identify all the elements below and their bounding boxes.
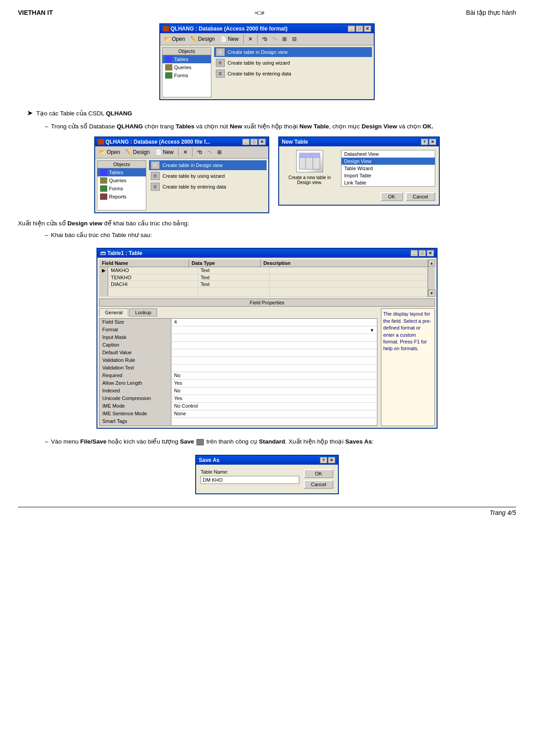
top-db-toolbar: 📂 Open ✏️ Design 📄 New ✕ ᵃb ⁻· ⊞ ⊟	[160, 33, 374, 45]
sa-cancel-btn[interactable]: Cancel	[304, 480, 333, 489]
row1-field[interactable]: MAKHO	[108, 267, 198, 274]
nav-forms[interactable]: Forms	[162, 71, 211, 79]
nt-option-link[interactable]: Link Table	[341, 179, 435, 186]
left-toolbar-ab[interactable]: ᵃb	[195, 148, 205, 156]
fp-unicode-value[interactable]: Yes	[171, 395, 377, 402]
left-maximize-btn[interactable]: □	[250, 139, 258, 145]
left-toolbar-new[interactable]: 📄 New	[153, 148, 176, 156]
nav-tables[interactable]: Tables	[162, 55, 211, 63]
nt-option-import[interactable]: Import Table	[341, 172, 435, 179]
db-right-panel: 🗒 Create table in Design view 🗒 Create t…	[214, 47, 372, 97]
save-content-area: Table Name: OK Cancel	[196, 465, 338, 493]
left-toolbar-open[interactable]: 📂 Open	[97, 148, 122, 156]
fp-field-size-value[interactable]: 4	[171, 319, 377, 326]
toolbar-open[interactable]: 📂 Open	[162, 35, 187, 43]
row1-desc[interactable]	[270, 267, 428, 274]
toolbar-grid2[interactable]: ⊟	[290, 35, 299, 43]
t1-close[interactable]: ✕	[427, 250, 434, 256]
nav-queries[interactable]: Queries	[162, 63, 211, 71]
row1-type[interactable]: Text	[198, 267, 270, 274]
row2-type[interactable]: Text	[198, 274, 270, 281]
fp-caption-value[interactable]	[171, 342, 377, 349]
left-toolbar-dot[interactable]: ⁻·	[205, 148, 214, 156]
row2-desc[interactable]	[270, 274, 428, 281]
left-nav-queries[interactable]: Queries	[97, 176, 146, 185]
save-as-controls[interactable]: ? ✕	[320, 457, 335, 463]
left-option-design-view[interactable]: 🗒 Create table in Design view	[149, 160, 267, 170]
fp-input-mask: Input Mask	[100, 334, 377, 342]
nt-close-btn[interactable]: ✕	[429, 139, 436, 145]
fp-validation-rule-value[interactable]	[171, 357, 377, 364]
win-controls[interactable]: _ □ ✕	[348, 26, 371, 32]
left-nav-tables[interactable]: Tables	[97, 168, 146, 176]
row-empty-indicator	[99, 288, 108, 296]
left-minimize-btn[interactable]: _	[242, 139, 249, 145]
toolbar-new[interactable]: 📄 New	[218, 35, 241, 43]
fp-required-value[interactable]: No	[171, 372, 377, 379]
fp-ime-sentence-label: IME Sentence Mode	[100, 410, 171, 418]
left-option-enter-data[interactable]: 🗒 Create table by entering data	[149, 182, 267, 192]
fp-format-value[interactable]: ▼	[171, 326, 377, 334]
table1-grid-header: Field Name Data Type Description	[99, 259, 428, 267]
nt-option-design[interactable]: Design View	[341, 158, 435, 165]
option-design-view[interactable]: 🗒 Create table in Design view	[214, 47, 372, 57]
toolbar-design[interactable]: ✏️ Design	[188, 35, 217, 43]
maximize-btn[interactable]: □	[356, 26, 363, 32]
table1-icon: 🗃	[100, 250, 105, 256]
left-nav-forms[interactable]: Forms	[97, 185, 146, 193]
fp-input-mask-value[interactable]	[171, 334, 377, 341]
table-name-input[interactable]	[201, 476, 299, 484]
nt-option-wizard[interactable]: Table Wizard	[341, 165, 435, 172]
bullet1: ➤ Tạo các Table của CSDL QLHANG	[18, 107, 516, 119]
sa-help-btn[interactable]: ?	[320, 457, 327, 463]
close-btn[interactable]: ✕	[364, 26, 371, 32]
fp-input-mask-label: Input Mask	[100, 334, 171, 341]
option-wizard[interactable]: 🗒 Create table by using wizard	[214, 58, 372, 68]
toolbar-extra2[interactable]: ⁻·	[270, 35, 279, 43]
toolbar-grid1[interactable]: ⊞	[280, 35, 289, 43]
left-toolbar-grid[interactable]: ⊞	[215, 148, 224, 156]
left-close-btn[interactable]: ✕	[258, 139, 266, 145]
fp-validation-text-value[interactable]	[171, 365, 377, 372]
scroll-up-btn[interactable]: ▲	[428, 259, 435, 267]
fp-ime-sentence-value[interactable]: None	[171, 410, 377, 418]
left-toolbar-design[interactable]: ✏️ Design	[123, 148, 152, 156]
format-dropdown-btn[interactable]: ▼	[370, 328, 374, 333]
fp-indexed-value[interactable]: No	[171, 387, 377, 395]
nt-ok-btn[interactable]: OK	[381, 192, 403, 201]
fp-tab-lookup[interactable]: Lookup	[129, 308, 157, 316]
fp-allow-zero-value[interactable]: Yes	[171, 380, 377, 387]
row3-desc[interactable]	[270, 281, 428, 287]
table1-controls[interactable]: _ □ ✕	[411, 250, 434, 256]
option-enter-data[interactable]: 🗒 Create table by entering data	[214, 69, 372, 79]
left-nav-reports[interactable]: Reports	[97, 193, 146, 201]
table1-scrollbar[interactable]: ▲ ▼	[428, 259, 435, 297]
row3-type[interactable]: Text	[198, 281, 270, 287]
t1-minimize[interactable]: _	[411, 250, 418, 256]
fp-smart-tags-value[interactable]	[171, 418, 377, 425]
row3-indicator	[99, 281, 108, 287]
new-table-controls[interactable]: ? ✕	[421, 139, 436, 145]
header-left: VIETHAN IT	[18, 9, 53, 16]
fp-tab-general[interactable]: General	[99, 308, 128, 316]
left-toolbar-x[interactable]: ✕	[181, 148, 190, 156]
left-option-wizard[interactable]: 🗒 Create table by using wizard	[149, 171, 267, 181]
dash2: –	[45, 230, 48, 240]
row2-field[interactable]: TENKHO	[108, 274, 198, 281]
fp-ime-mode-value[interactable]: No Control	[171, 403, 377, 410]
nt-option-datasheet[interactable]: Datasheet View	[341, 150, 435, 158]
toolbar-extra1[interactable]: ᵃb	[260, 35, 270, 43]
nt-cancel-btn[interactable]: Cancel	[406, 192, 435, 201]
left-db-title-bar: QLHANG : Database (Access 2000 file f...…	[95, 137, 268, 146]
row3-field[interactable]: DIACHI	[108, 281, 198, 287]
save-as-title-left: Save As	[199, 457, 219, 463]
minimize-btn[interactable]: _	[348, 26, 355, 32]
sa-ok-btn[interactable]: OK	[304, 469, 333, 478]
left-win-controls[interactable]: _ □ ✕	[242, 139, 266, 145]
sa-close-btn[interactable]: ✕	[328, 457, 335, 463]
fp-default-value-value[interactable]	[171, 349, 377, 356]
toolbar-delete[interactable]: ✕	[246, 35, 255, 43]
nt-help-btn[interactable]: ?	[421, 139, 428, 145]
scroll-down-btn[interactable]: ▼	[428, 290, 435, 297]
t1-maximize[interactable]: □	[419, 250, 426, 256]
